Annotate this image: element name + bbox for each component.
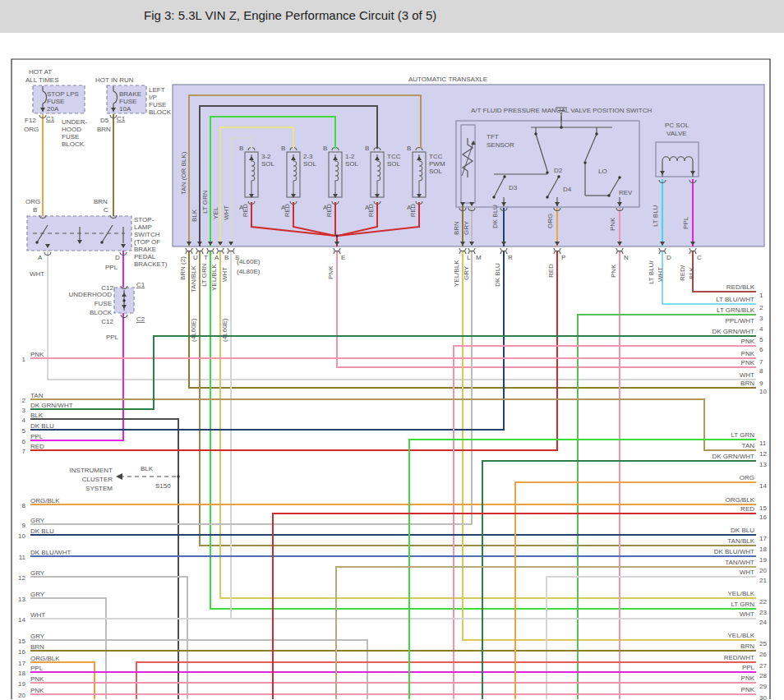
- diagram-label: WHT: [657, 267, 664, 282]
- diagram-label: B: [365, 145, 369, 152]
- wire-color-label: RED/BLK: [726, 283, 755, 291]
- diagram-label: UNDERHOOD: [69, 291, 113, 298]
- diagram-label: HOT AT: [29, 68, 52, 76]
- wire: [30, 577, 187, 699]
- diagram-label: BLK: [141, 465, 154, 472]
- wire-color-label: YEL/BLK: [728, 590, 755, 597]
- wire-color-label: GRY: [30, 633, 45, 640]
- diagram-label: B: [323, 145, 327, 152]
- pin-number: 30: [759, 694, 767, 700]
- terminal-letter: P: [561, 254, 565, 261]
- diagram-label: TCC: [429, 153, 443, 160]
- terminal-letter: U: [193, 254, 198, 261]
- pin-number: 6: [759, 346, 763, 353]
- pin-number: 9: [759, 380, 763, 387]
- pin-number: 23: [759, 609, 767, 616]
- wire-color-label: DK BLU: [731, 527, 754, 534]
- wire: [515, 482, 756, 699]
- pin-number: 8: [22, 502, 26, 509]
- pin-number: 24: [759, 619, 767, 626]
- diagram-label: B: [33, 206, 37, 214]
- wire-color-label: PNK: [30, 687, 44, 694]
- pin-number: 14: [759, 482, 767, 490]
- splice-dot: [35, 241, 38, 243]
- wire-color-label: BLK: [30, 412, 44, 419]
- terminal-letter: D: [666, 254, 671, 261]
- diagram-label: HOT IN RUN: [95, 76, 134, 84]
- wire: [463, 251, 756, 640]
- diagram-label: ORG: [25, 198, 40, 205]
- diagram-label: PNK: [609, 217, 616, 231]
- wire-color-label: PNK: [741, 338, 755, 345]
- pin-number: 11: [19, 554, 26, 561]
- diagram-label: BLK: [191, 209, 198, 222]
- wire-color-label: ORG/BLK: [30, 497, 60, 504]
- diagram-label: B: [281, 145, 285, 152]
- wire-color-label: WHT: [740, 610, 754, 618]
- diagram-label: RED/: [679, 265, 686, 281]
- diagram-label: D2: [554, 167, 563, 174]
- splice-dot: [607, 194, 610, 196]
- wire-color-label: PNK: [741, 686, 755, 693]
- diagram-label: BRN: [94, 198, 108, 205]
- wire-color-label: TAN: [30, 392, 44, 399]
- diagram-label: FUSE: [119, 98, 136, 105]
- splice-dot: [595, 132, 597, 135]
- diagram-label: RED: [547, 264, 555, 278]
- splice-dot: [503, 175, 505, 177]
- diagram-label: C12: [101, 318, 113, 325]
- diagram-label: SOL: [429, 168, 443, 175]
- pin-number: 16: [759, 513, 767, 521]
- diagram-label: DK BLU: [491, 205, 499, 228]
- diagram-label: PPL: [682, 216, 689, 229]
- diagram-label: SOL: [387, 160, 401, 168]
- diagram-label: BLOCK: [149, 108, 172, 116]
- wire-color-label: DK BLU/WHT: [714, 548, 754, 555]
- pin-number: 26: [759, 651, 767, 658]
- diagram-label: TCC: [387, 153, 401, 160]
- diagram-label: PPL: [106, 334, 119, 341]
- diagram-label: I/P: [149, 94, 157, 101]
- wire-color-label: DK GRN/WHT: [712, 453, 754, 460]
- diagram-label: LEFT: [149, 86, 165, 94]
- pin-number: 11: [759, 440, 767, 447]
- pin-number: 27: [759, 662, 767, 670]
- diagram-label: DK BLU: [494, 263, 501, 287]
- diagram-label: FUSE: [47, 98, 64, 105]
- wire-color-label: BRN: [30, 643, 44, 651]
- splice-dot: [546, 196, 548, 198]
- splice-dot: [583, 161, 586, 163]
- pin-number: 2: [759, 304, 763, 311]
- pin-number: 10: [759, 388, 767, 395]
- diagram-label: BRN: [453, 221, 460, 235]
- diagram-label: LT GRN: [201, 263, 208, 287]
- pin-number: 15: [759, 504, 767, 512]
- terminal-letter: N: [624, 254, 629, 261]
- wire-color-label: PPL/WHT: [725, 317, 754, 325]
- wire-color-label: PPL: [30, 433, 44, 440]
- diagram-label: INSTRUMENT: [70, 467, 113, 474]
- diagram-label: TAN (OR BLK): [180, 151, 187, 195]
- pin-number: 13: [759, 461, 767, 468]
- pin-number: 17: [18, 660, 25, 667]
- wire-color-label: BRN: [740, 380, 754, 387]
- wire: [30, 313, 123, 440]
- diagram-label: BLOCK: [62, 140, 85, 148]
- wire: [608, 325, 756, 699]
- diagram-label: (TOP OF: [134, 238, 160, 246]
- terminal-letter: M: [476, 254, 482, 261]
- wire-color-label: TAN: [742, 442, 755, 449]
- pin-number: 17: [759, 535, 767, 542]
- pin-number: 19: [18, 680, 25, 688]
- pin-number: 5: [22, 427, 26, 435]
- diagram-label: SYSTEM: [85, 485, 113, 492]
- splice-dot: [177, 475, 179, 477]
- diagram-label: CLUSTER: [82, 476, 113, 483]
- wire-color-label: RED/WHT: [724, 654, 754, 661]
- wire-color-label: WHT: [740, 569, 754, 576]
- wire-color-label: PNK: [741, 350, 755, 357]
- pin-number: 22: [759, 598, 767, 606]
- diagram-label: GRY: [463, 265, 470, 280]
- wire-color-label: GRY: [30, 569, 45, 577]
- wire: [30, 251, 504, 430]
